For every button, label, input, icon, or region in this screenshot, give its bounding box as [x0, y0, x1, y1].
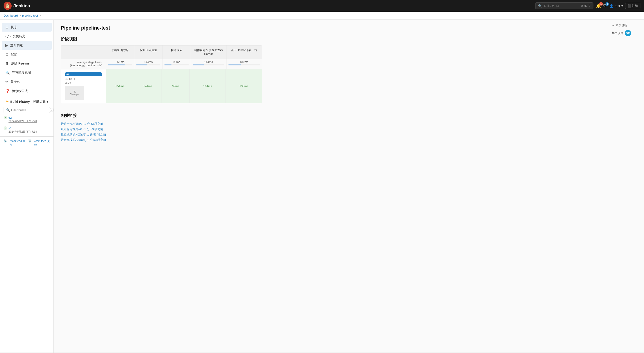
build-link-1[interactable]: #1 [4, 126, 50, 130]
logout-button[interactable]: ⬛ 注销 [625, 3, 640, 9]
avatar-27m: 27M [625, 30, 631, 36]
breadcrumb: Dashboard > pipeline-test > [0, 12, 644, 20]
avg-git-val: 251ms [108, 60, 132, 64]
avg-time-deploy: 130ms [226, 59, 262, 69]
build-num-badge[interactable]: #2 [65, 72, 102, 76]
security-icon[interactable]: 🛡 2 [603, 4, 607, 8]
build-item-2: #2 2024年5月2日 下午7:20 [0, 115, 54, 124]
stage-success-git: 251ms [106, 70, 134, 103]
build-1-date[interactable]: 2024年5月2日 下午7:18 [8, 130, 50, 134]
build-history-chevron-icon: ▾ [46, 100, 48, 104]
changes-icon: </> [5, 35, 10, 38]
filter-builds-input[interactable] [11, 108, 49, 112]
stage-success-quality: 144ms [134, 70, 162, 103]
user-chevron-icon: ▾ [622, 4, 623, 8]
jenkins-logo-icon [4, 2, 12, 10]
sidebar-item-changes[interactable]: </> 变更历史 [2, 32, 52, 41]
main-layout: ☰ 状态 </> 变更历史 ▶ 立即构建 ⚙ 配置 🗑 删除 Pipeline … [0, 20, 644, 352]
rename-icon: ✏ [5, 80, 8, 84]
help-icon[interactable]: ? [589, 4, 590, 8]
breadcrumb-current[interactable]: pipeline-test [22, 14, 38, 17]
stage-col-image: 制作自定义镜像并发布Harbor [191, 46, 226, 58]
atom-feed-fail[interactable]: Atom feed 失败 [34, 139, 50, 147]
avg-time-image: 114ms [191, 59, 226, 69]
jenkins-title: Jenkins [14, 3, 30, 9]
stage-info-col-header [61, 46, 106, 58]
stage-cell-build[interactable]: 99ms [162, 70, 190, 103]
avg-time-git: 251ms [106, 59, 134, 69]
filter-slash: / [50, 108, 54, 112]
notifications-icon[interactable]: 🔔 1 [596, 3, 601, 8]
breadcrumb-sep1: > [19, 14, 21, 17]
sidebar-item-status[interactable]: ☰ 状态 [2, 23, 52, 32]
stage-col-build: 构建代码 [162, 46, 190, 58]
related-link-0[interactable]: 最近一次构建(#1),1 分 53 秒之前 [61, 122, 601, 126]
sidebar-rename-label: 重命名 [10, 80, 20, 84]
avg-info-col: Average stage times: (Average full run t… [61, 59, 106, 69]
avg-time-build: 99ms [162, 59, 190, 69]
avg-row: Average stage times: (Average full run t… [61, 59, 262, 70]
breadcrumb-home[interactable]: Dashboard [4, 14, 18, 17]
syntax-icon: ❓ [5, 89, 10, 93]
build-history-header[interactable]: ☀ Build History 构建历史 ▾ [2, 97, 52, 106]
build-history-label2: 构建历史 [33, 100, 46, 104]
avatar-text: 27M [626, 32, 630, 35]
user-avatar-icon: 👤 [610, 4, 613, 8]
build-history-label: Build History [10, 100, 30, 104]
build-history-icon: ☀ [5, 100, 8, 104]
related-link-3[interactable]: 最近完成的构建(#1),1 分 53 秒之前 [61, 138, 601, 142]
svg-point-5 [8, 4, 8, 5]
build-date-info: 5月 03 日 [65, 78, 102, 81]
sidebar-item-rename[interactable]: ✏ 重命名 [2, 78, 52, 86]
search-hint: ⌘+K [581, 4, 587, 8]
disable-project-btn[interactable]: 禁用项目 27M [612, 30, 640, 36]
fullview-icon: 🔍 [5, 71, 10, 75]
avg-quality-val: 144ms [136, 60, 160, 64]
sidebar-item-syntax[interactable]: ❓ 流水线语法 [2, 87, 52, 95]
avg-quality-bar [136, 65, 147, 65]
sidebar-config-label: 配置 [11, 53, 17, 57]
avg-git-bar [108, 65, 125, 65]
delete-icon: 🗑 [5, 62, 9, 66]
stage-git-time: 251ms [116, 85, 124, 88]
avg-time-quality: 144ms [134, 59, 162, 69]
build-time-info: 03:20 [65, 81, 102, 84]
build-icon: ▶ [5, 43, 8, 48]
stage-cell-git[interactable]: 251ms [106, 70, 134, 103]
header-icons: 🔔 1 🛡 2 👤 root ▾ ⬛ 注销 [596, 3, 640, 9]
avg-deploy-val: 130ms [228, 60, 260, 64]
add-desc-btn[interactable]: ✏ 添加说明 [612, 23, 640, 27]
build-link-2[interactable]: #2 [4, 116, 50, 119]
stage-view-title: 阶段视图 [61, 36, 601, 42]
stage-success-image: 114ms [190, 70, 226, 103]
sidebar-syntax-label: 流水线语法 [12, 89, 28, 93]
stage-success-deploy: 130ms [226, 70, 262, 103]
avg-run-label: (Average full run time: ~1s) [65, 64, 102, 67]
stage-cell-deploy[interactable]: 130ms [226, 70, 262, 103]
build-history-right: 构建历史 ▾ [33, 100, 48, 104]
status-icon: ☰ [5, 25, 8, 29]
sidebar-item-build[interactable]: ▶ 立即构建 [2, 41, 52, 50]
build-item-1: #1 2024年5月2日 下午7:18 [0, 125, 54, 135]
sidebar-item-config[interactable]: ⚙ 配置 [2, 50, 52, 59]
atom-feed-all[interactable]: Atom feed 全部 [10, 139, 26, 147]
avg-image-bar [193, 65, 204, 65]
logo[interactable]: Jenkins [4, 2, 30, 10]
stage-cell-quality[interactable]: 144ms [134, 70, 162, 103]
sidebar-item-delete[interactable]: 🗑 删除 Pipeline [2, 59, 52, 68]
edit-icon: ✏ [612, 24, 614, 27]
related-link-2[interactable]: 最近成功的构建(#1),1 分 53 秒之前 [61, 133, 601, 137]
stage-build-time: 99ms [172, 85, 179, 88]
sidebar-build-label: 立即构建 [10, 44, 23, 48]
build-2-date[interactable]: 2024年5月2日 下午7:20 [8, 119, 50, 123]
filter-builds[interactable]: 🔍 / [4, 107, 50, 113]
search-bar[interactable]: 🔍 ⌘+K ? [535, 3, 594, 9]
svg-point-3 [6, 6, 9, 8]
stage-deploy-time: 130ms [240, 85, 248, 88]
search-input[interactable] [544, 4, 579, 8]
stage-cell-image[interactable]: 114ms [190, 70, 226, 103]
sidebar-item-fullview[interactable]: 🔍 完整阶段视图 [2, 68, 52, 77]
related-link-1[interactable]: 最近稳定构建(#1),1 分 53 秒之前 [61, 127, 601, 131]
header: Jenkins 🔍 ⌘+K ? 🔔 1 🛡 2 👤 root ▾ ⬛ 注销 [0, 0, 644, 12]
user-menu[interactable]: 👤 root ▾ [610, 4, 623, 8]
